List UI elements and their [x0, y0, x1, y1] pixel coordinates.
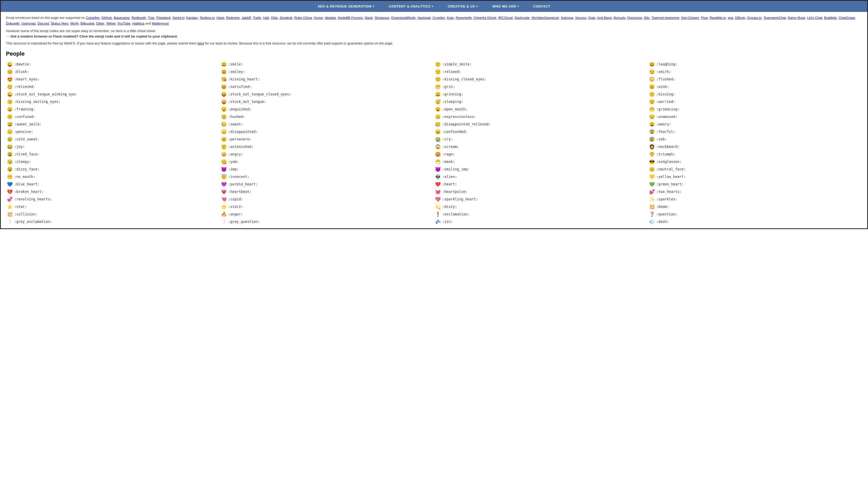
- link-zendesk[interactable]: Zendesk: [279, 16, 292, 20]
- link-youtube[interactable]: YouTube: [117, 22, 130, 25]
- list-item[interactable]: 🌟:star2:: [220, 203, 434, 210]
- list-item[interactable]: 😦:frowning:: [6, 106, 220, 113]
- link-bitbucket[interactable]: Bitbucket: [81, 22, 94, 25]
- link-buildkite[interactable]: Buildkite: [824, 16, 837, 20]
- list-item[interactable]: ❔:grey_question:: [220, 218, 434, 225]
- link-groupsio[interactable]: Groups.io: [747, 16, 762, 20]
- list-item[interactable]: 😙:kissing_closed_eyes:: [434, 76, 648, 83]
- link-myvideogame[interactable]: MyVideoGameList: [531, 16, 559, 20]
- link-cryptbin[interactable]: Cryptbin: [432, 16, 445, 20]
- link-irccloud[interactable]: IRCCloud: [498, 16, 513, 20]
- link-dbook[interactable]: DBook: [735, 16, 745, 20]
- link-campfire[interactable]: Campfire: [86, 16, 99, 20]
- list-item[interactable]: 😘:kissing_heart:: [220, 76, 434, 83]
- list-item[interactable]: 😪:sleepy:: [6, 158, 220, 165]
- list-item[interactable]: 🧔:neckbeard:: [648, 143, 862, 150]
- link-organisedminds[interactable]: OrganisedMinds: [391, 16, 416, 20]
- list-item[interactable]: 😓:sweat:: [220, 121, 434, 128]
- link-nodebb[interactable]: NodeBB Forums: [338, 16, 363, 20]
- list-item[interactable]: 😖:confounded:: [434, 128, 648, 135]
- list-item[interactable]: 😡:rage:: [434, 151, 648, 158]
- nav-item-who[interactable]: WHO WE ARE ▾: [485, 1, 526, 12]
- list-item[interactable]: 😌:relieved:: [6, 83, 220, 90]
- list-item[interactable]: 😀:grinning:: [434, 91, 648, 98]
- link-subrosa[interactable]: Subrosa: [561, 16, 573, 20]
- list-item[interactable]: 😕:confused:: [6, 113, 220, 120]
- list-item[interactable]: 😁:grin:: [434, 83, 648, 90]
- link-textbox[interactable]: Textbox.io: [199, 16, 215, 20]
- list-item[interactable]: 👽:alien:: [434, 173, 648, 180]
- list-item[interactable]: 💖:sparkling_heart:: [434, 196, 648, 203]
- link-grove[interactable]: Grove: [314, 16, 323, 20]
- list-item[interactable]: 💙:blue_heart:: [6, 181, 220, 188]
- link-letschat[interactable]: Let's Chat: [807, 16, 822, 20]
- list-item[interactable]: 😫:tired_face:: [6, 151, 220, 158]
- link-cheerfulghot[interactable]: Cheerful Ghost: [473, 16, 496, 20]
- link-streamup[interactable]: Streamup: [375, 16, 389, 20]
- list-item[interactable]: 💞:revolving_hearts:: [6, 196, 220, 203]
- list-item[interactable]: 🙂:simple_smile:: [434, 61, 648, 68]
- list-item[interactable]: 💛:yellow_heart:: [648, 173, 862, 180]
- list-item[interactable]: 😐:neutral_face:: [648, 166, 862, 173]
- link-usersnap[interactable]: Usersnap: [21, 22, 36, 25]
- link-hackpad[interactable]: Hackpad: [417, 16, 431, 20]
- list-item[interactable]: 💕:two_hearts:: [648, 188, 862, 195]
- list-item[interactable]: 💥:boom:: [648, 203, 862, 210]
- nav-item-contact[interactable]: CONTACT: [526, 1, 558, 12]
- link-yellow[interactable]: Yellow: [106, 22, 115, 25]
- link-redbooth[interactable]: Redbooth: [131, 16, 146, 20]
- resource-here-link[interactable]: here: [197, 41, 204, 45]
- list-item[interactable]: 😞:disappointed:: [220, 128, 434, 135]
- link-esa[interactable]: esa: [728, 16, 733, 20]
- link-jabbr[interactable]: JabbR: [241, 16, 251, 20]
- list-item[interactable]: 😛:stuck_out_tongue:: [220, 98, 434, 105]
- link-chatgrape[interactable]: ChatGrape: [839, 16, 855, 20]
- list-item[interactable]: 😳:flushed:: [648, 76, 862, 83]
- list-item[interactable]: 💗:heartbeat:: [220, 188, 434, 195]
- list-item[interactable]: ⭐:star:: [6, 203, 220, 210]
- list-item[interactable]: ✨:sparkles:: [648, 196, 862, 203]
- link-ello[interactable]: Ello: [644, 16, 650, 20]
- list-item[interactable]: 🔥:anger:: [220, 211, 434, 218]
- list-item[interactable]: 😅:sweat_smile:: [6, 121, 220, 128]
- list-item[interactable]: 😲:astonished:: [220, 143, 434, 150]
- link-sococo[interactable]: Sococo: [575, 16, 586, 20]
- list-item[interactable]: ❤️:heart:: [434, 181, 648, 188]
- list-item[interactable]: 😰:sob:: [648, 136, 862, 143]
- link-quip[interactable]: Quip: [588, 16, 595, 20]
- list-item[interactable]: 😝:stuck_out_tongue_closed_eyes:: [220, 91, 434, 98]
- list-item[interactable]: 😂:joy:: [6, 143, 220, 150]
- link-flowdock[interactable]: Flowdock: [156, 16, 170, 20]
- link-redmine[interactable]: Redmine: [226, 16, 240, 20]
- list-item[interactable]: 😨:fearful:: [648, 128, 862, 135]
- list-item[interactable]: 😩:weary:: [648, 121, 862, 128]
- list-item[interactable]: 😣:persevere:: [220, 136, 434, 143]
- list-item[interactable]: 💔:broken_heart:: [6, 188, 220, 195]
- list-item[interactable]: 😄:smile:: [220, 61, 434, 68]
- list-item[interactable]: 😌:relaxed:: [434, 68, 648, 75]
- list-item[interactable]: 😋:yum:: [220, 158, 434, 165]
- link-mattermost[interactable]: Mattermost: [152, 22, 169, 25]
- list-item[interactable]: 😜:stuck_out_tongue_winking_eye:: [6, 91, 220, 98]
- nav-item-seo[interactable]: SEO & REVENUE GENERATION ▾: [310, 1, 381, 12]
- link-statushero[interactable]: Status Hero: [51, 22, 68, 25]
- list-item[interactable]: 💫:dizzy:: [434, 203, 648, 210]
- list-item[interactable]: 😏:smirk:: [648, 68, 862, 75]
- list-item[interactable]: 💜:purple_heart:: [220, 181, 434, 188]
- link-habitica[interactable]: Habitica: [132, 22, 145, 25]
- link-kandan[interactable]: Kandan: [186, 16, 198, 20]
- list-item[interactable]: 😈:smiling_imp:: [434, 166, 648, 173]
- link-rubychina[interactable]: Ruby China: [294, 16, 312, 20]
- link-readmeio[interactable]: ReadMe.io: [710, 16, 726, 20]
- link-hall[interactable]: Hall: [263, 16, 269, 20]
- list-item[interactable]: 💚:green_heart:: [648, 181, 862, 188]
- list-item[interactable]: 💓:heartpulse:: [434, 188, 648, 195]
- link-qiita[interactable]: Qiita: [271, 16, 278, 20]
- link-idobata[interactable]: Idobata: [325, 16, 336, 20]
- link-dokuwiki[interactable]: Dokuwiki: [6, 22, 20, 25]
- list-item[interactable]: ❗:exclamation:: [434, 211, 648, 218]
- link-kippt[interactable]: Kippt: [217, 16, 224, 20]
- list-item[interactable]: 😟:worried:: [648, 98, 862, 105]
- link-twemoji[interactable]: Twemoji Awesome: [651, 16, 679, 20]
- list-item[interactable]: ❕:grey_exclamation:: [6, 218, 220, 225]
